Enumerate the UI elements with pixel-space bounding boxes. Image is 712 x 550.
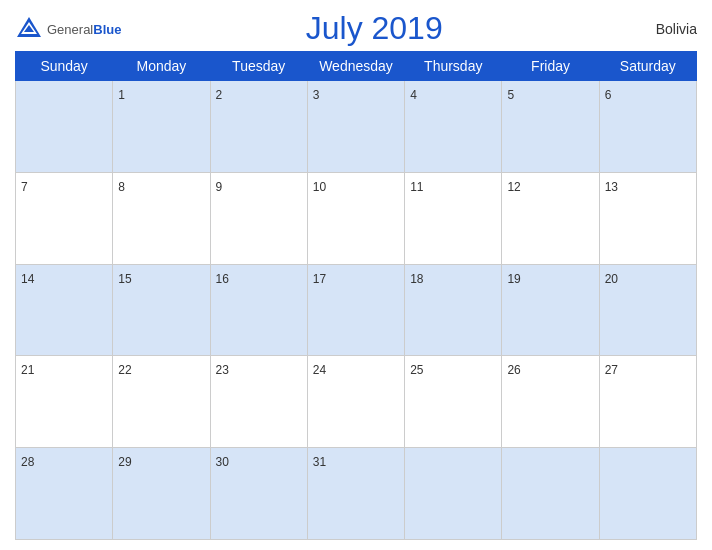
calendar-cell: 8 [113,172,210,264]
calendar-cell: 19 [502,264,599,356]
date-number: 3 [313,88,320,102]
page-header: GeneralBlue July 2019 Bolivia [15,10,697,47]
calendar-cell: 29 [113,448,210,540]
weekday-header-sunday: Sunday [16,52,113,81]
date-number: 1 [118,88,125,102]
date-number: 17 [313,272,326,286]
calendar-cell: 16 [210,264,307,356]
calendar-cell [405,448,502,540]
calendar-week-row: 123456 [16,81,697,173]
calendar-cell: 7 [16,172,113,264]
date-number: 19 [507,272,520,286]
weekday-header-wednesday: Wednesday [307,52,404,81]
calendar-cell: 17 [307,264,404,356]
date-number: 6 [605,88,612,102]
date-number: 4 [410,88,417,102]
date-number: 31 [313,455,326,469]
logo-text: GeneralBlue [47,20,121,38]
date-number: 7 [21,180,28,194]
date-number: 18 [410,272,423,286]
weekday-header-friday: Friday [502,52,599,81]
date-number: 10 [313,180,326,194]
calendar-cell: 11 [405,172,502,264]
date-number: 2 [216,88,223,102]
calendar-cell: 25 [405,356,502,448]
calendar-table: SundayMondayTuesdayWednesdayThursdayFrid… [15,51,697,540]
date-number: 26 [507,363,520,377]
generalblue-logo-icon [15,15,43,43]
date-number: 29 [118,455,131,469]
calendar-cell: 2 [210,81,307,173]
calendar-week-row: 21222324252627 [16,356,697,448]
calendar-cell: 9 [210,172,307,264]
calendar-cell: 3 [307,81,404,173]
date-number: 11 [410,180,423,194]
calendar-cell: 21 [16,356,113,448]
calendar-cell [502,448,599,540]
calendar-cell: 26 [502,356,599,448]
date-number: 15 [118,272,131,286]
date-number: 20 [605,272,618,286]
date-number: 25 [410,363,423,377]
weekday-header-monday: Monday [113,52,210,81]
calendar-cell: 12 [502,172,599,264]
date-number: 12 [507,180,520,194]
calendar-cell: 4 [405,81,502,173]
calendar-cell: 1 [113,81,210,173]
weekday-header-row: SundayMondayTuesdayWednesdayThursdayFrid… [16,52,697,81]
logo: GeneralBlue [15,15,121,43]
calendar-cell: 27 [599,356,696,448]
calendar-cell: 14 [16,264,113,356]
calendar-cell [16,81,113,173]
month-title: July 2019 [121,10,627,47]
calendar-cell [599,448,696,540]
date-number: 23 [216,363,229,377]
calendar-cell: 22 [113,356,210,448]
weekday-header-thursday: Thursday [405,52,502,81]
weekday-header-saturday: Saturday [599,52,696,81]
date-number: 13 [605,180,618,194]
calendar-cell: 31 [307,448,404,540]
date-number: 24 [313,363,326,377]
date-number: 22 [118,363,131,377]
calendar-cell: 20 [599,264,696,356]
date-number: 27 [605,363,618,377]
calendar-cell: 6 [599,81,696,173]
calendar-cell: 28 [16,448,113,540]
date-number: 9 [216,180,223,194]
date-number: 30 [216,455,229,469]
calendar-cell: 15 [113,264,210,356]
calendar-week-row: 28293031 [16,448,697,540]
calendar-cell: 10 [307,172,404,264]
calendar-cell: 30 [210,448,307,540]
calendar-cell: 13 [599,172,696,264]
calendar-cell: 23 [210,356,307,448]
calendar-cell: 18 [405,264,502,356]
date-number: 28 [21,455,34,469]
date-number: 16 [216,272,229,286]
date-number: 5 [507,88,514,102]
calendar-cell: 24 [307,356,404,448]
calendar-week-row: 14151617181920 [16,264,697,356]
calendar-cell: 5 [502,81,599,173]
date-number: 14 [21,272,34,286]
date-number: 21 [21,363,34,377]
calendar-week-row: 78910111213 [16,172,697,264]
country-label: Bolivia [627,21,697,37]
weekday-header-tuesday: Tuesday [210,52,307,81]
date-number: 8 [118,180,125,194]
